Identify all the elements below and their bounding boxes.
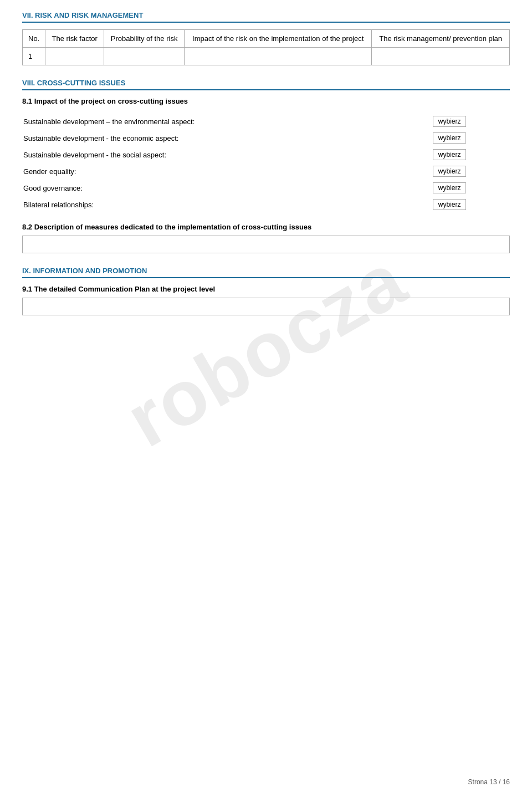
col-probability: Probability of the risk — [104, 30, 185, 48]
row-management — [372, 48, 510, 65]
cross-cutting-table: Sustainable development – the environmen… — [22, 113, 510, 213]
table-row: 1 — [23, 48, 510, 65]
row-probability — [104, 48, 185, 65]
col-management: The risk management/ prevention plan — [372, 30, 510, 48]
row-impact — [185, 48, 372, 65]
section-viii: VIII. CROSS-CUTTING ISSUES 8.1 Impact of… — [22, 79, 510, 253]
wybierz-btn-1[interactable]: wybierz — [433, 116, 466, 127]
wybierz-btn-4[interactable]: wybierz — [433, 166, 466, 177]
col-no: No. — [23, 30, 45, 48]
wybierz-btn-6[interactable]: wybierz — [433, 199, 466, 210]
wybierz-btn-5[interactable]: wybierz — [433, 182, 466, 193]
risk-table: No. The risk factor Probability of the r… — [22, 29, 510, 65]
row-factor — [45, 48, 104, 65]
item-label-5: Good governance: — [22, 180, 432, 196]
section-ix-header: IX. INFORMATION AND PROMOTION — [22, 267, 510, 278]
item-label-3: Sustainable development - the social asp… — [22, 146, 432, 163]
section-viii-header: VIII. CROSS-CUTTING ISSUES — [22, 79, 510, 90]
item-label-4: Gender equality: — [22, 163, 432, 180]
section-ix: IX. INFORMATION AND PROMOTION 9.1 The de… — [22, 267, 510, 315]
list-item: Bilateral relationships: wybierz — [22, 196, 510, 213]
subsection-91-input-box[interactable] — [22, 298, 510, 315]
wybierz-btn-2[interactable]: wybierz — [433, 132, 466, 144]
subsection-82-title: 8.2 Description of measures dedicated to… — [22, 223, 510, 231]
col-impact: Impact of the risk on the implementation… — [185, 30, 372, 48]
row-no: 1 — [23, 48, 45, 65]
section-vii-header: VII. RISK AND RISK MANAGEMENT — [22, 11, 510, 23]
col-risk-factor: The risk factor — [45, 30, 104, 48]
item-label-2: Sustainable development - the economic a… — [22, 130, 432, 146]
wybierz-btn-3[interactable]: wybierz — [433, 149, 466, 160]
item-label-1: Sustainable development – the environmen… — [22, 113, 432, 130]
subsection-82-input-box[interactable] — [22, 236, 510, 253]
subsection-91-title: 9.1 The detailed Communication Plan at t… — [22, 285, 510, 293]
list-item: Good governance: wybierz — [22, 180, 510, 196]
subsection-81-title: 8.1 Impact of the project on cross-cutti… — [22, 97, 510, 105]
list-item: Sustainable development – the environmen… — [22, 113, 510, 130]
section-vii: VII. RISK AND RISK MANAGEMENT No. The ri… — [22, 11, 510, 65]
page-number: Strona 13 / 16 — [468, 778, 510, 786]
item-label-6: Bilateral relationships: — [22, 196, 432, 213]
list-item: Sustainable development - the social asp… — [22, 146, 510, 163]
list-item: Gender equality: wybierz — [22, 163, 510, 180]
list-item: Sustainable development - the economic a… — [22, 130, 510, 146]
